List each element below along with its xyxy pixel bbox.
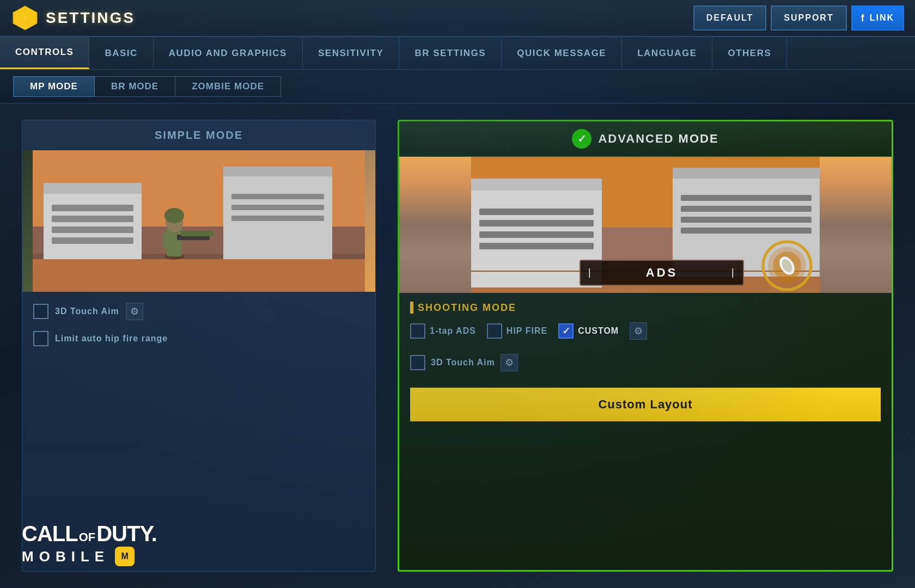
- header-left: ⚡ SETTINGS: [11, 4, 135, 32]
- svg-rect-35: [673, 168, 820, 179]
- mode-tabs: MP MODE BR MODE ZOMBIE MODE: [0, 70, 915, 103]
- svg-rect-7: [52, 205, 133, 211]
- tab-basic[interactable]: BASIC: [89, 37, 153, 69]
- tab-sensitivity[interactable]: SENSITIVITY: [303, 37, 399, 69]
- 1tap-ads-label: 1-tap ADS: [430, 326, 476, 336]
- custom-label: CUSTOM: [578, 326, 619, 336]
- shooting-mode-section: SHOOTING MODE 1-tap ADS HIP FIRE ✓: [399, 293, 892, 430]
- simple-scene-svg: [22, 150, 375, 292]
- advanced-scene-preview: ADS | |: [399, 157, 892, 293]
- svg-rect-14: [231, 205, 324, 210]
- simple-3d-touch-label: 3D Touch Aim: [55, 307, 119, 316]
- svg-rect-8: [52, 216, 133, 222]
- main-content: SIMPLE MODE: [0, 103, 915, 588]
- svg-rect-23: [163, 232, 169, 248]
- simple-3d-touch-row: 3D Touch Aim ⚙: [33, 303, 364, 320]
- facebook-link-button[interactable]: f LINK: [851, 5, 904, 30]
- app-title: SETTINGS: [46, 9, 135, 27]
- nav-tabs: CONTROLS BASIC AUDIO AND GRAPHICS SENSIT…: [0, 37, 915, 70]
- tab-language[interactable]: LANGUAGE: [622, 37, 712, 69]
- tab-others[interactable]: OTHERS: [712, 37, 787, 69]
- svg-rect-13: [231, 194, 324, 199]
- simple-mode-title: SIMPLE MODE: [22, 120, 375, 150]
- simple-3d-touch-checkbox[interactable]: [33, 304, 48, 319]
- svg-rect-32: [479, 231, 594, 238]
- tab-quick-message[interactable]: QUICK MESSAGE: [502, 37, 622, 69]
- hip-fire-checkbox[interactable]: [487, 323, 502, 339]
- advanced-scene-svg: ADS | |: [399, 157, 892, 293]
- svg-rect-33: [479, 243, 594, 249]
- simple-hip-fire-checkbox[interactable]: [33, 331, 48, 346]
- cod-logo: CALL OF DUTY. MOBILE M: [22, 522, 157, 566]
- tab-controls[interactable]: CONTROLS: [0, 37, 89, 69]
- custom-check-icon: ✓: [562, 325, 570, 337]
- option-custom: ✓ CUSTOM: [558, 323, 619, 339]
- svg-rect-38: [681, 217, 812, 223]
- default-button[interactable]: DEFAULT: [693, 5, 767, 30]
- svg-text:|: |: [731, 267, 734, 278]
- svg-rect-30: [479, 209, 594, 215]
- custom-checkbox[interactable]: ✓: [558, 323, 574, 339]
- svg-text:|: |: [588, 267, 591, 278]
- simple-mode-preview: [22, 150, 375, 292]
- yellow-accent-bar: [410, 302, 413, 314]
- tab-audio-graphics[interactable]: AUDIO AND GRAPHICS: [154, 37, 303, 69]
- simple-hip-fire-label: Limit auto hip fire range: [55, 334, 168, 344]
- facebook-link-label: LINK: [870, 13, 894, 23]
- cod-of-superscript: OF: [79, 531, 96, 544]
- svg-rect-37: [681, 206, 812, 212]
- svg-text:ADS: ADS: [646, 266, 678, 279]
- advanced-3d-touch-checkbox[interactable]: [410, 355, 425, 370]
- header-buttons: DEFAULT SUPPORT f LINK: [693, 5, 904, 30]
- mode-tab-zombie[interactable]: ZOMBIE MODE: [175, 76, 281, 97]
- svg-rect-24: [181, 231, 213, 236]
- app-logo-icon: ⚡: [11, 4, 39, 32]
- mode-tab-br[interactable]: BR MODE: [95, 76, 175, 97]
- svg-rect-12: [223, 167, 332, 176]
- svg-rect-29: [471, 179, 602, 191]
- advanced-mode-card: ✓ ADVANCED MODE: [398, 120, 893, 572]
- custom-layout-button[interactable]: Custom Layout: [410, 388, 881, 421]
- cod-title-duty: DUTY.: [96, 522, 157, 546]
- svg-rect-15: [231, 216, 324, 221]
- advanced-3d-touch-gear[interactable]: ⚙: [501, 354, 518, 371]
- svg-rect-6: [44, 183, 142, 194]
- shooting-mode-header: SHOOTING MODE: [410, 302, 881, 314]
- svg-rect-10: [52, 237, 133, 244]
- custom-gear-btn[interactable]: ⚙: [630, 322, 647, 340]
- advanced-card-header: ✓ ADVANCED MODE: [399, 121, 892, 157]
- check-circle-icon: ✓: [572, 129, 591, 149]
- option-hip-fire: HIP FIRE: [487, 323, 547, 339]
- svg-rect-31: [479, 220, 594, 226]
- facebook-icon: f: [861, 13, 865, 24]
- hip-fire-label: HIP FIRE: [507, 326, 547, 336]
- cod-mobile-badge: M: [115, 547, 135, 566]
- svg-rect-39: [681, 228, 812, 234]
- simple-options: 3D Touch Aim ⚙ Limit auto hip fire range: [22, 292, 375, 357]
- cod-mobile-text: MOBILE: [22, 549, 109, 565]
- option-1tap-ads: 1-tap ADS: [410, 323, 476, 339]
- svg-rect-16: [33, 259, 365, 292]
- simple-3d-touch-gear[interactable]: ⚙: [126, 303, 143, 320]
- tab-br-settings[interactable]: BR SETTINGS: [399, 37, 502, 69]
- advanced-3d-touch-label: 3D Touch Aim: [431, 358, 495, 367]
- header: ⚡ SETTINGS DEFAULT SUPPORT f LINK: [0, 0, 915, 37]
- mode-tab-mp[interactable]: MP MODE: [13, 76, 95, 97]
- cod-badge-text: M: [121, 552, 128, 561]
- simple-mode-card: SIMPLE MODE: [22, 120, 376, 572]
- 1tap-ads-checkbox[interactable]: [410, 323, 425, 339]
- shooting-options-row: 1-tap ADS HIP FIRE ✓ CUSTOM ⚙: [410, 322, 881, 340]
- simple-hip-fire-row: Limit auto hip fire range: [33, 331, 364, 346]
- svg-point-20: [164, 208, 184, 223]
- advanced-mode-title: ADVANCED MODE: [598, 132, 718, 146]
- shooting-mode-title: SHOOTING MODE: [418, 302, 516, 314]
- cod-title-call: CALL: [22, 522, 78, 546]
- advanced-touch-aim-row: 3D Touch Aim ⚙: [410, 351, 881, 375]
- support-button[interactable]: SUPPORT: [771, 5, 846, 30]
- svg-rect-9: [52, 226, 133, 233]
- svg-rect-36: [681, 195, 812, 201]
- svg-text:⚡: ⚡: [21, 13, 30, 22]
